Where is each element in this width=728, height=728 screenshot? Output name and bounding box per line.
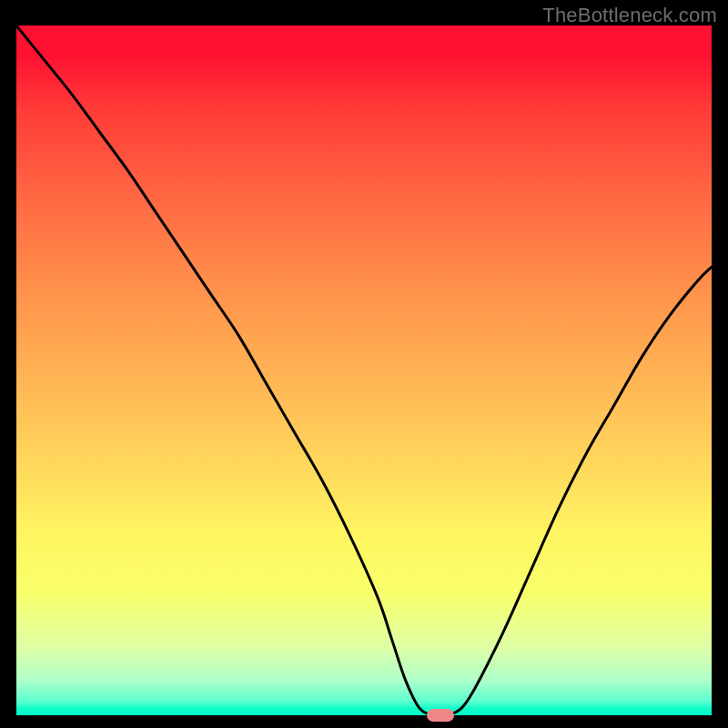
minimum-marker (427, 709, 454, 722)
bottleneck-curve (16, 25, 712, 715)
chart-frame: TheBottleneck.com (0, 0, 728, 728)
plot-area (16, 25, 712, 715)
minimum-marker-pill (427, 709, 454, 722)
curve-layer (16, 25, 712, 715)
watermark-text: TheBottleneck.com (542, 4, 717, 27)
